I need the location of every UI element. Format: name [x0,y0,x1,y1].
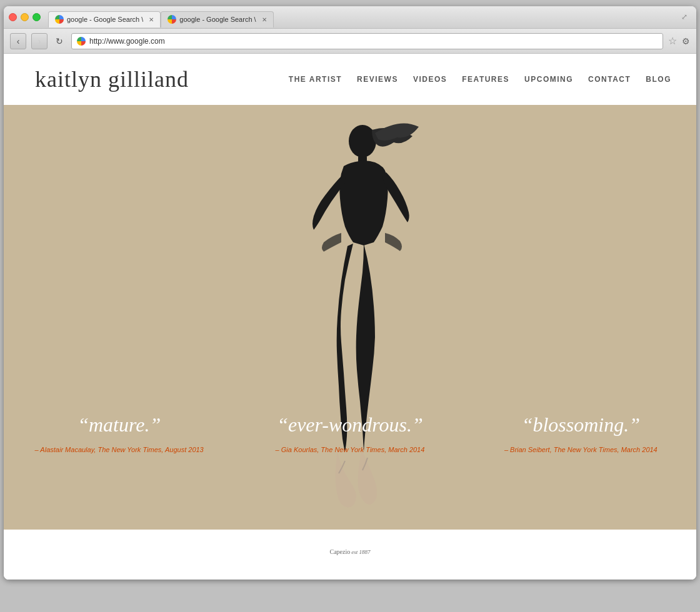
expand-button[interactable]: ⤢ [681,12,688,21]
capezio-logo: Capezioest 1887 [329,545,370,565]
browser-toolbar: ‹ › ↻ http://www.google.com ☆ ⚙ [4,29,696,54]
minimize-button[interactable] [21,13,29,21]
website-content: kaitlyn gilliland THE ARTIST REVIEWS VID… [4,54,696,580]
address-text: http://www.google.com [89,37,165,46]
quote-2-attr: – Gia Kourlas, The New York Times, March… [247,445,452,455]
site-nav: THE ARTIST REVIEWS VIDEOS FEATURES UPCOM… [289,75,671,84]
nav-reviews[interactable]: REVIEWS [357,75,398,84]
quote-1: “mature.” – Alastair Macaulay, The New Y… [4,413,234,455]
tab-close-2[interactable]: ✕ [262,16,267,23]
nav-videos[interactable]: VIDEOS [413,75,447,84]
nav-the-artist[interactable]: THE ARTIST [289,75,342,84]
tab-2[interactable]: google - Google Search \ ✕ [161,11,273,27]
tab-label-2: google - Google Search \ [179,16,256,23]
quote-3: “blossoming.” – Brian Seibert, The New Y… [466,413,696,455]
tab-favicon-1 [55,15,64,24]
back-button[interactable]: ‹ [10,33,26,49]
nav-features[interactable]: FEATURES [462,75,509,84]
site-footer: Capezioest 1887 [4,530,696,580]
bookmark-button[interactable]: ☆ [668,35,677,47]
address-bar[interactable]: http://www.google.com [71,33,663,49]
close-button[interactable] [9,13,17,21]
settings-button[interactable]: ⚙ [682,36,690,46]
site-header: kaitlyn gilliland THE ARTIST REVIEWS VID… [4,54,696,105]
quote-2: “ever-wondrous.” – Gia Kourlas, The New … [234,413,465,455]
maximize-button[interactable] [32,13,41,21]
address-favicon [77,37,86,46]
tab-favicon-2 [168,15,176,24]
tab-close-1[interactable]: ✕ [149,16,154,23]
quotes-overlay: “mature.” – Alastair Macaulay, The New Y… [4,105,696,530]
browser-window: google - Google Search \ ✕ google - Goog… [4,6,696,580]
tab-1[interactable]: google - Google Search \ ✕ [48,11,161,27]
tab-bar: google - Google Search \ ✕ google - Goog… [48,7,691,27]
tab-label-1: google - Google Search \ [67,16,143,23]
nav-upcoming[interactable]: UPCOMING [524,75,573,84]
quote-2-text: “ever-wondrous.” [247,413,452,437]
window-controls [9,13,41,21]
forward-button[interactable]: › [31,33,48,49]
quote-3-text: “blossoming.” [478,413,684,437]
new-tab-button[interactable] [276,11,289,24]
capezio-brand: Capezio [329,548,350,555]
title-bar: google - Google Search \ ✕ google - Goog… [4,6,696,29]
refresh-button[interactable]: ↻ [52,34,66,48]
nav-blog[interactable]: BLOG [646,75,671,84]
site-logo[interactable]: kaitlyn gilliland [35,66,189,92]
quote-1-text: “mature.” [16,413,222,437]
hero-section: “mature.” – Alastair Macaulay, The New Y… [4,105,696,530]
quote-3-attr: – Brian Seibert, The New York Times, Mar… [478,445,684,455]
capezio-tagline: est 1887 [351,549,370,555]
quote-1-attr: – Alastair Macaulay, The New York Times,… [16,445,222,455]
nav-contact[interactable]: CONTACT [588,75,631,84]
